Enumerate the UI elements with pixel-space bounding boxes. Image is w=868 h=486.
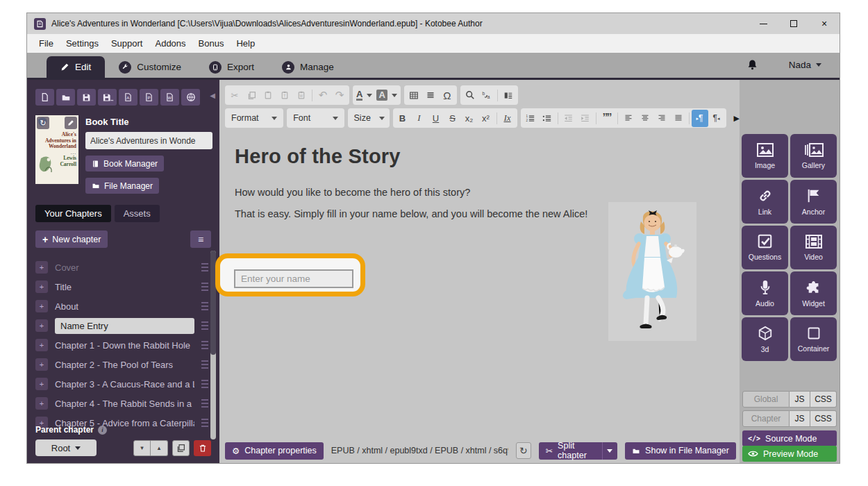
add-subchapter-button[interactable]: + [35,300,48,312]
horizontal-line-button[interactable] [422,87,439,104]
cut-button[interactable]: ✂ [226,87,243,104]
chapter-row-title[interactable]: + Title [35,277,208,296]
add-subchapter-button[interactable]: + [35,280,48,293]
text-direction-rtl-button[interactable]: ¶◂ [708,110,725,127]
insert-table-button[interactable] [406,87,422,104]
remove-format-button[interactable]: Ix [499,110,516,127]
add-subchapter-button[interactable]: + [35,261,48,274]
maximize-button[interactable] [778,13,809,34]
menu-file[interactable]: File [33,35,60,51]
superscript-button[interactable]: x² [478,110,494,127]
refresh-cover-button[interactable]: ↻ [37,117,49,129]
widget-widget-button[interactable]: Widget [790,271,837,315]
menu-settings[interactable]: Settings [60,35,105,51]
split-chapter-button[interactable]: ✂ Split chapter [539,442,603,460]
add-subchapter-button[interactable]: + [35,378,48,390]
tab-manage[interactable]: Manage [268,56,348,78]
anchor-widget-button[interactable]: Anchor [790,180,837,224]
delete-chapter-button[interactable] [194,440,211,456]
blockquote-button[interactable]: ”” [599,110,615,127]
tab-export[interactable]: Export [195,56,268,78]
drag-handle-icon[interactable] [201,263,208,272]
move-chapter-up-button[interactable]: ▴ [151,440,168,456]
chapter-css-button[interactable]: CSS [810,410,837,427]
paste-as-text-button[interactable]: T [276,87,293,104]
collapse-sidebar-icon[interactable]: ◀ [210,92,215,99]
menu-addons[interactable]: Addons [149,35,192,51]
duplicate-chapter-button[interactable] [172,440,190,456]
strikethrough-button[interactable]: S [444,110,461,127]
bullet-list-button[interactable] [539,110,556,127]
special-character-button[interactable]: Ω [439,87,456,104]
drag-handle-icon[interactable] [201,302,208,311]
close-button[interactable]: × [809,13,840,34]
align-center-button[interactable] [637,110,653,127]
drag-handle-icon[interactable] [201,360,208,369]
source-mode-button[interactable]: </> Source Mode [742,430,837,446]
drag-handle-icon[interactable] [201,380,208,389]
outdent-button[interactable] [560,110,577,127]
align-left-button[interactable] [620,110,637,127]
align-justify-button[interactable] [670,110,687,127]
edit-cover-button[interactable] [65,117,77,129]
save-button[interactable] [77,89,96,106]
image-widget-button[interactable]: Image [742,134,788,178]
bold-button[interactable]: B [394,110,411,127]
chapter-js-button[interactable]: JS [790,410,810,427]
format-dropdown[interactable]: Format [225,108,283,128]
menu-support[interactable]: Support [105,35,149,51]
size-dropdown[interactable]: Size [348,108,390,128]
move-chapter-down-button[interactable]: ▾ [133,440,151,456]
audio-widget-button[interactable]: Audio [742,271,788,315]
align-right-button[interactable] [653,110,670,127]
notifications-bell-icon[interactable] [747,59,758,71]
book-cover-thumbnail[interactable]: Alice's Adventures in Wonderland ... Lew… [35,115,78,184]
text-color-button[interactable]: A [354,87,374,104]
add-subchapter-button[interactable]: + [35,358,48,371]
new-book-button[interactable] [35,89,54,106]
indent-button[interactable] [577,110,594,127]
chapter-row-about[interactable]: + About [35,296,208,316]
gallery-widget-button[interactable]: Gallery [790,134,837,178]
tab-customize[interactable]: Customize [105,56,195,78]
book-title-input[interactable] [85,132,212,149]
questions-widget-button[interactable]: Questions [742,226,788,269]
tab-assets[interactable]: Assets [115,205,160,222]
chapter-row-1[interactable]: + Chapter 1 - Down the Rabbit Hole [35,335,208,355]
chapter-menu-button[interactable]: ≡ [190,231,211,248]
font-dropdown[interactable]: Font [287,108,344,128]
more-tools-icon[interactable]: ▶ [734,114,740,123]
name-input[interactable] [234,269,353,288]
drag-handle-icon[interactable] [201,399,208,408]
parent-chapter-dropdown[interactable]: Root [35,439,97,456]
tab-your-chapters[interactable]: Your Chapters [35,205,111,222]
chapter-row-cover[interactable]: + Cover [35,258,208,277]
italic-button[interactable]: I [411,110,428,127]
copy-button[interactable] [243,87,260,104]
drag-handle-icon[interactable] [201,341,208,350]
chapter-properties-button[interactable]: ⚙ Chapter properties [225,442,324,460]
3d-widget-button[interactable]: 3d [742,317,788,361]
alice-image[interactable] [608,202,696,341]
file-manager-button[interactable]: File Manager [85,178,159,194]
open-book-button[interactable] [56,89,75,106]
drag-handle-icon[interactable] [201,321,208,330]
menu-help[interactable]: Help [230,35,261,51]
subscript-button[interactable]: x₂ [461,110,478,127]
select-block-button[interactable] [500,87,517,104]
replace-button[interactable]: ba [478,87,495,104]
container-widget-button[interactable]: Container [790,317,837,361]
new-chapter-button[interactable]: + New chapter [35,231,108,248]
chapter-row-2[interactable]: + Chapter 2 - The Pool of Tears [35,355,208,374]
preview-mode-button[interactable]: Preview Mode [742,446,837,462]
save-as-button[interactable] [98,89,117,106]
split-chapter-dropdown[interactable] [603,442,617,460]
link-widget-button[interactable]: Link [742,180,788,224]
search-button[interactable] [462,87,478,104]
export-pdf-button[interactable]: A [119,89,137,106]
refresh-button[interactable]: ↻ [516,442,531,459]
background-color-button[interactable]: A [374,87,399,104]
chapter-name-edit-field[interactable]: Name Entry [55,318,194,334]
global-js-button[interactable]: JS [790,391,810,408]
text-direction-ltr-button[interactable]: ▸¶ [692,110,708,127]
